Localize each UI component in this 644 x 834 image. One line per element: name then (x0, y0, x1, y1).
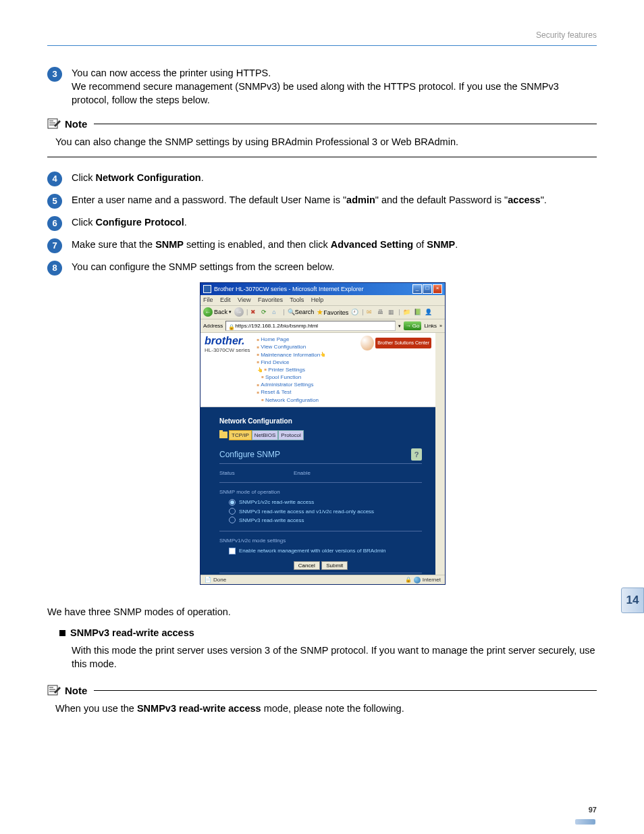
back-button[interactable]: ←Back▾ (203, 307, 232, 317)
square-bullet-icon (59, 630, 65, 636)
step-4-text: Click Network Configuration. (72, 171, 597, 184)
links-label[interactable]: Links (424, 322, 437, 330)
step-6: 6 Click Configure Protocol. (47, 215, 597, 231)
step-number-3: 3 (47, 67, 62, 82)
brother-solutions-center[interactable]: Brother Solutions Center (375, 338, 431, 348)
page: Security features 3 You can now access t… (0, 0, 644, 834)
step-3-text: You can now access the printer using HTT… (72, 66, 597, 107)
link-spool[interactable]: ■Spool Function (257, 373, 319, 381)
brother-body: Network Configuration TCP/IP NetBIOS Pro… (200, 407, 435, 575)
header-section-label: Security features (47, 30, 597, 41)
ie-menubar: File Edit View Favorites Tools Help (200, 295, 445, 306)
link-network-config[interactable]: ■Network Configuration (257, 396, 319, 404)
ie-titlebar: Brother HL-3070CW series - Microsoft Int… (200, 283, 445, 295)
header-rule (47, 45, 597, 46)
footer-decor (575, 819, 595, 825)
phone-icon (360, 336, 374, 350)
home-icon[interactable]: ⌂ (272, 308, 280, 316)
lock-icon: 🔒 (228, 323, 234, 329)
research-icon[interactable]: 📗 (414, 308, 422, 316)
status-zone: Internet (423, 576, 441, 583)
note-2-body: When you use the SNMPv3 read-write acces… (47, 702, 597, 715)
messenger-icon[interactable]: 👤 (425, 308, 433, 316)
step-3: 3 You can now access the printer using H… (47, 66, 597, 107)
done-icon: 📄 (205, 576, 211, 583)
menu-view[interactable]: View (238, 296, 250, 303)
note-pencil-icon (47, 684, 62, 696)
ssl-lock-icon: 🔒 (405, 576, 412, 583)
sub-body: With this mode the print server uses ver… (72, 644, 597, 671)
radio-mode-2[interactable]: SNMPv3 read-write access and v1/v2c read… (229, 508, 422, 515)
history-icon[interactable]: 🕘 (351, 308, 359, 316)
sub-heading: SNMPv3 read-write access (70, 627, 194, 638)
link-find-device[interactable]: ■Find Device (257, 359, 328, 366)
status-label: Status (219, 469, 294, 477)
address-input[interactable]: 🔒 https://192.168.1.2/bio/bsnmp.html (225, 321, 395, 331)
favorites-button[interactable]: ★Favorites (317, 307, 348, 317)
menu-favorites[interactable]: Favorites (258, 296, 283, 303)
step-5: 5 Enter a user name and a password. The … (47, 193, 597, 209)
note-pencil-icon (47, 118, 62, 130)
cancel-button[interactable]: Cancel (294, 561, 320, 570)
link-view-config[interactable]: ■View Configuration (257, 343, 328, 350)
svg-rect-5 (48, 685, 57, 695)
radio-icon (229, 499, 236, 506)
forward-button[interactable]: → (234, 307, 244, 317)
brother-nav: ■Home Page ■View Configuration ■Maintena… (250, 336, 361, 404)
note-label: Note (65, 117, 87, 131)
config-tabs: TCP/IP NetBIOS Protocol (219, 430, 422, 440)
radio-icon (229, 508, 236, 515)
check-legacy-bradmin[interactable]: Enable network management with older ver… (229, 547, 422, 554)
link-admin-settings[interactable]: ■Administrator Settings (257, 381, 319, 388)
note-rule (94, 124, 597, 124)
menu-tools[interactable]: Tools (290, 296, 304, 303)
note-1: Note You can also change the SNMP settin… (47, 117, 597, 157)
step-number-6: 6 (47, 216, 62, 231)
ie-statusbar: 📄 Done 🔒 Internet (200, 575, 445, 584)
step-8-text: You can configure the SNMP settings from… (72, 260, 597, 273)
refresh-icon[interactable]: ⟳ (261, 308, 269, 316)
configure-snmp-heading: Configure SNMP (219, 449, 280, 461)
step-number-8: 8 (47, 261, 62, 276)
link-reset-test[interactable]: ■Reset & Test (257, 388, 319, 396)
tab-netbios[interactable]: NetBIOS (252, 430, 279, 440)
submit-button[interactable]: Submit (321, 561, 348, 570)
go-button[interactable]: → Go (404, 321, 422, 330)
ie-page-content: brother. HL-3070CW series ■Home Page ■Vi… (200, 333, 445, 575)
help-icon[interactable]: ? (411, 448, 422, 461)
tab-protocol[interactable]: Protocol (278, 430, 303, 440)
snmp-mode-subsection: SNMPv3 read-write access With this mode … (59, 626, 597, 671)
menu-help[interactable]: Help (311, 296, 324, 303)
link-maintenance[interactable]: ■Maintenance Information👆 (257, 351, 328, 359)
folder-tb-icon[interactable]: 📁 (403, 308, 411, 316)
menu-file[interactable]: File (203, 296, 213, 303)
link-printer-settings[interactable]: 👆■Printer Settings (257, 366, 319, 373)
menu-edit[interactable]: Edit (220, 296, 231, 303)
snmp-mode-title: SNMP mode of operation (219, 488, 422, 496)
radio-mode-3[interactable]: SNMPv3 read-write access (229, 517, 422, 524)
status-done: Done (213, 576, 226, 583)
edit-icon[interactable]: ▦ (388, 308, 396, 316)
ie-addressbar: Address 🔒 https://192.168.1.2/bio/bsnmp.… (200, 319, 445, 333)
radio-mode-1[interactable]: SNMPv1/v2c read-write access (229, 498, 422, 506)
minimize-button[interactable]: _ (412, 284, 422, 294)
step-8: 8 You can configure the SNMP settings fr… (47, 260, 597, 276)
svg-rect-0 (48, 119, 57, 128)
tab-tcpip[interactable]: TCP/IP (229, 430, 252, 440)
step-number-7: 7 (47, 238, 62, 253)
print-icon[interactable]: 🖶 (377, 308, 385, 316)
stop-icon[interactable]: ✖ (250, 308, 259, 316)
close-button[interactable]: × (433, 284, 442, 294)
window-title: Brother HL-3070CW series - Microsoft Int… (214, 285, 364, 294)
ie-toolbar: ←Back▾ → | ✖ ⟳ ⌂ | 🔍Search ★Favorites 🕘 … (200, 306, 445, 319)
network-config-heading: Network Configuration (219, 417, 422, 426)
link-home[interactable]: ■Home Page (257, 336, 328, 343)
mail-icon[interactable]: ✉ (367, 308, 375, 316)
search-button[interactable]: 🔍Search (288, 308, 315, 317)
folder-icon (219, 432, 227, 438)
page-number: 97 (589, 805, 597, 815)
note-rule (94, 690, 597, 691)
note-2: Note When you use the SNMPv3 read-write … (47, 683, 597, 715)
step-number-5: 5 (47, 194, 62, 209)
maximize-button[interactable]: □ (423, 284, 432, 294)
